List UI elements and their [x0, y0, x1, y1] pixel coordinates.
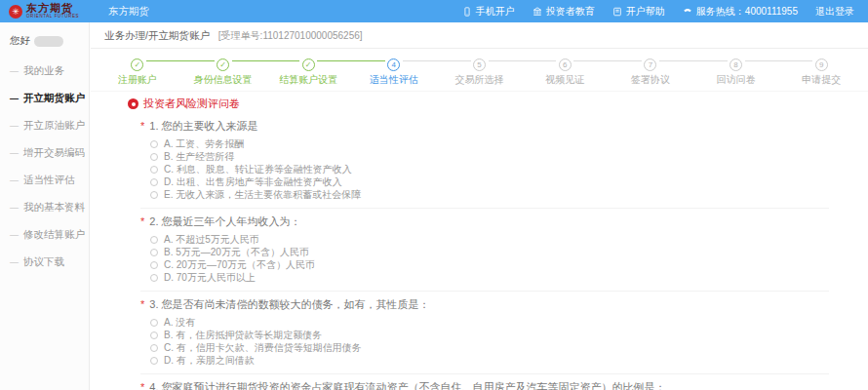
open-account-help-link[interactable]: 开户帮助 — [612, 5, 665, 19]
sidebar-item-3[interactable]: —开立原油账户 — [0, 112, 89, 139]
option-C[interactable]: C. 20万元—70万元（不含）人民币 — [150, 258, 829, 271]
sidebar-item-6[interactable]: —我的基本资料 — [0, 194, 89, 221]
option-label: A. 没有 — [164, 316, 195, 330]
step-number: 9 — [815, 58, 828, 71]
dash-icon: — — [10, 257, 19, 267]
option-label: B. 5万元—20万元（不含）人民币 — [164, 246, 309, 259]
sidebar-item-label: 协议下载 — [23, 255, 64, 269]
sidebar-item-label: 适当性评估 — [23, 174, 75, 187]
step-connector — [745, 60, 813, 61]
mobile-open-account-link[interactable]: 手机开户 — [462, 5, 515, 19]
nav-item-dongfang-qihuo[interactable]: 东方期货 — [108, 5, 149, 19]
question-title: * 2. 您最近三年个人年均收入为： — [140, 214, 829, 229]
option-D[interactable]: D. 70万元人民币以上 — [150, 271, 829, 284]
step-connector — [232, 60, 300, 61]
option-D[interactable]: D. 出租、出售房地产等非金融性资产收入 — [150, 176, 829, 188]
survey-icon — [128, 98, 138, 109]
step-connector — [317, 60, 385, 61]
sidebar-item-5[interactable]: —适当性评估 — [0, 167, 89, 194]
step-label: 身份信息设置 — [180, 73, 266, 87]
step-check-icon: ✓ — [302, 58, 315, 71]
step-label: 视频见证 — [522, 73, 608, 87]
header-links: 手机开户投资者教育开户帮助服务热线：4000111955退出登录 — [462, 5, 868, 19]
sidebar-item-label: 我的基本资料 — [23, 201, 85, 214]
dash-icon: — — [10, 94, 19, 103]
step-5[interactable]: 5交易所选择 — [437, 54, 523, 87]
sidebar-item-label: 开立期货账户 — [23, 92, 85, 105]
option-label: D. 70万元人民币以上 — [164, 271, 256, 285]
sidebar-item-label: 修改结算账户 — [23, 228, 85, 242]
option-B[interactable]: B. 5万元—20万元（不含）人民币 — [150, 246, 829, 258]
step-number: 5 — [473, 58, 486, 71]
sidebar-item-1[interactable]: —我的业务 — [0, 58, 89, 85]
logout-link[interactable]: 退出登录 — [815, 5, 854, 19]
investor-education-link[interactable]: 投资者教育 — [533, 5, 595, 19]
step-connector — [659, 60, 728, 61]
receipt-number: [受理单号:110127010000056256] — [218, 30, 363, 41]
risk-survey: 投资者风险测评问卷 * 1. 您的主要收入来源是A. 工资、劳务报酬B. 生产经… — [91, 92, 868, 390]
brand-seal-icon: ✳ — [9, 5, 22, 19]
brand-logo: ✳ 东方期货 ORIENTAL FUTURES — [0, 3, 79, 20]
sidebar: 您好 —我的业务—开立期货账户—开立原油账户—增开交易编码—适当性评估—我的基本… — [0, 22, 90, 390]
sidebar-item-label: 我的业务 — [23, 64, 64, 78]
survey-title-row: 投资者风险测评问卷 — [128, 97, 868, 111]
option-label: A. 工资、劳务报酬 — [164, 137, 244, 151]
option-A[interactable]: A. 工资、劳务报酬 — [150, 137, 829, 150]
option-E[interactable]: E. 无收入来源，生活主要依靠积蓄或社会保障 — [150, 188, 829, 201]
question-list: * 1. 您的主要收入来源是A. 工资、劳务报酬B. 生产经营所得C. 利息、股… — [140, 113, 829, 390]
user-greeting: 您好 — [0, 22, 89, 50]
options-list: A. 工资、劳务报酬B. 生产经营所得C. 利息、股息、转让证券等金融性资产收入… — [140, 137, 829, 201]
sidebar-item-8[interactable]: —协议下载 — [0, 249, 89, 276]
step-connector — [403, 60, 471, 61]
option-C[interactable]: C. 利息、股息、转让证券等金融性资产收入 — [150, 163, 829, 176]
required-asterisk: * — [140, 298, 144, 310]
radio-icon — [150, 344, 158, 352]
step-6[interactable]: 6视频见证 — [522, 54, 608, 87]
step-number: 8 — [730, 58, 742, 71]
step-1[interactable]: ✓注册账户 — [95, 54, 180, 87]
dash-icon: — — [10, 176, 19, 185]
option-A[interactable]: A. 不超过5万元人民币 — [150, 233, 829, 246]
option-B[interactable]: B. 有，住房抵押贷款等长期定额债务 — [150, 329, 829, 341]
radio-icon — [150, 191, 158, 199]
breadcrumb-path: 业务办理/开立期货账户 — [104, 29, 210, 41]
radio-icon — [150, 249, 158, 256]
option-D[interactable]: D. 有，亲朋之间借款 — [150, 354, 829, 367]
required-asterisk: * — [140, 215, 144, 227]
sidebar-item-4[interactable]: —增开交易编码 — [0, 139, 89, 167]
option-label: C. 利息、股息、转让证券等金融性资产收入 — [164, 163, 352, 176]
step-9[interactable]: 9申请提交 — [778, 54, 864, 87]
option-C[interactable]: C. 有，信用卡欠款、消费信贷等短期信用债务 — [150, 341, 829, 354]
radio-icon — [150, 166, 158, 174]
logout-link-label: 退出登录 — [815, 5, 854, 19]
step-connector — [146, 60, 215, 61]
step-connector — [489, 60, 557, 61]
option-B[interactable]: B. 生产经营所得 — [150, 150, 829, 163]
brand-text: 东方期货 ORIENTAL FUTURES — [26, 3, 79, 20]
sidebar-item-label: 开立原油账户 — [23, 119, 85, 133]
required-asterisk: * — [140, 381, 144, 390]
required-asterisk: * — [140, 120, 144, 132]
option-A[interactable]: A. 没有 — [150, 316, 829, 329]
options-list: A. 没有B. 有，住房抵押贷款等长期定额债务C. 有，信用卡欠款、消费信贷等短… — [140, 316, 829, 367]
bank-icon — [533, 7, 542, 17]
radio-icon — [150, 319, 158, 327]
sidebar-item-2[interactable]: —开立期货账户 — [0, 85, 89, 112]
question-4: * 4. 您家庭预计进行期货投资的资金占家庭现有流动资产（不含自住、自用房产及汽… — [140, 374, 829, 390]
main-content: 业务办理/开立期货账户 [受理单号:110127010000056256] ✓注… — [91, 22, 868, 390]
step-label: 交易所选择 — [437, 73, 523, 87]
options-list: A. 不超过5万元人民币B. 5万元—20万元（不含）人民币C. 20万元—70… — [140, 233, 829, 284]
book-icon — [612, 7, 622, 17]
step-3[interactable]: ✓结算账户设置 — [265, 54, 351, 87]
hotline-icon — [683, 7, 692, 17]
step-2[interactable]: ✓身份信息设置 — [180, 54, 266, 87]
service-hotline[interactable]: 服务热线：4000111955 — [683, 5, 798, 19]
step-7[interactable]: 7签署协议 — [608, 54, 693, 87]
question-text: 2. 您最近三年个人年均收入为： — [146, 215, 300, 227]
step-8[interactable]: 8回访问卷 — [693, 54, 779, 87]
dash-icon: — — [10, 148, 19, 158]
sidebar-item-7[interactable]: —修改结算账户 — [0, 221, 89, 249]
dash-icon: — — [10, 66, 19, 76]
option-label: B. 生产经营所得 — [164, 150, 234, 164]
step-4[interactable]: 4适当性评估 — [351, 54, 437, 87]
